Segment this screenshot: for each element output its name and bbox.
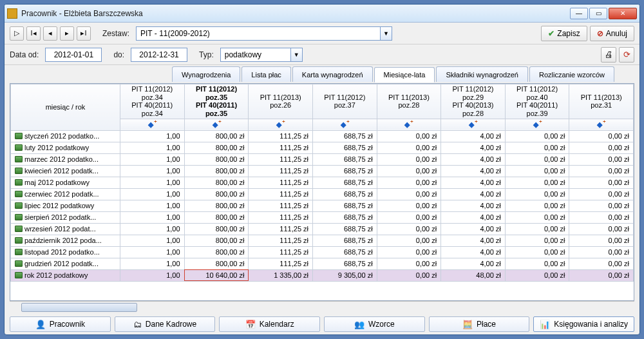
data-cell[interactable]: 688,75 zł <box>313 165 377 177</box>
column-action-icon[interactable]: ◆ <box>313 119 377 130</box>
table-row[interactable]: sierpień 2012 podatk...1,00800,00 zł111,… <box>11 211 634 223</box>
data-cell[interactable]: 0,00 zł <box>505 258 569 269</box>
column-header-month[interactable]: miesiąc / rok <box>11 84 120 131</box>
data-cell[interactable]: 10 640,00 zł <box>184 269 249 281</box>
data-cell[interactable]: 4,00 zł <box>441 211 506 223</box>
column-action-icon[interactable]: ◆ <box>377 119 441 130</box>
data-cell[interactable]: 0,00 zł <box>505 211 569 223</box>
data-cell[interactable]: 1,00 <box>120 200 185 211</box>
data-cell[interactable]: 0,00 zł <box>505 235 569 246</box>
data-cell[interactable]: 1,00 <box>120 235 185 246</box>
row-label-cell[interactable]: wrzesień 2012 podat... <box>11 223 120 235</box>
date-from-input[interactable] <box>45 48 102 62</box>
summary-row[interactable]: rok 2012 podatkowy1,0010 640,00 zł1 335,… <box>11 269 634 281</box>
data-cell[interactable]: 1 335,00 zł <box>249 269 313 281</box>
data-cell[interactable]: 0,00 zł <box>377 165 441 177</box>
data-cell[interactable]: 0,00 zł <box>505 165 569 177</box>
tab-karta-wynagrodze-[interactable]: Karta wynagrodzeń <box>292 66 373 82</box>
column-action-icon[interactable]: ◆ <box>120 119 185 130</box>
column-action-icon[interactable]: ◆ <box>441 119 506 130</box>
type-combo[interactable] <box>220 48 291 62</box>
data-cell[interactable]: 800,00 zł <box>184 223 249 235</box>
column-action-icon[interactable]: ◆ <box>249 119 313 130</box>
data-cell[interactable]: 0,00 zł <box>377 177 441 188</box>
data-cell[interactable]: 0,00 zł <box>505 153 569 165</box>
data-cell[interactable]: 688,75 zł <box>313 211 377 223</box>
data-cell[interactable]: 800,00 zł <box>184 142 249 153</box>
print-button[interactable]: 🖨 <box>601 47 616 63</box>
data-cell[interactable]: 1,00 <box>120 246 185 258</box>
data-cell[interactable]: 111,25 zł <box>249 177 313 188</box>
data-cell[interactable]: 0,00 zł <box>569 188 634 200</box>
data-cell[interactable]: 4,00 zł <box>441 142 506 153</box>
data-cell[interactable]: 111,25 zł <box>249 211 313 223</box>
tab-rozliczanie-wzorc-w[interactable]: Rozliczanie wzorców <box>529 66 614 82</box>
data-cell[interactable]: 0,00 zł <box>377 130 441 142</box>
data-cell[interactable]: 111,25 zł <box>249 153 313 165</box>
data-cell[interactable]: 1,00 <box>120 142 185 153</box>
row-label-cell[interactable]: styczeń 2012 podatko... <box>11 130 120 142</box>
nav-prev-icon[interactable]: ◂ <box>43 26 57 41</box>
data-cell[interactable]: 0,00 zł <box>377 188 441 200</box>
data-cell[interactable]: 4,00 zł <box>441 165 506 177</box>
column-header[interactable]: PIT 11(2013)poz.28 <box>377 84 441 119</box>
nav-last-icon[interactable]: ▸I <box>77 26 91 41</box>
data-cell[interactable]: 111,25 zł <box>249 258 313 269</box>
data-cell[interactable]: 688,75 zł <box>313 235 377 246</box>
data-cell[interactable]: 111,25 zł <box>249 223 313 235</box>
data-cell[interactable]: 0,00 zł <box>569 142 634 153</box>
data-cell[interactable]: 0,00 zł <box>569 211 634 223</box>
data-cell[interactable]: 0,00 zł <box>377 223 441 235</box>
row-label-cell[interactable]: listopad 2012 podatko... <box>11 246 120 258</box>
data-cell[interactable]: 1,00 <box>120 130 185 142</box>
data-cell[interactable]: 0,00 zł <box>377 269 441 281</box>
data-cell[interactable]: 0,00 zł <box>377 142 441 153</box>
data-cell[interactable]: 1,00 <box>120 153 185 165</box>
data-cell[interactable]: 688,75 zł <box>313 258 377 269</box>
table-row[interactable]: marzec 2012 podatko...1,00800,00 zł111,2… <box>11 153 634 165</box>
data-cell[interactable]: 688,75 zł <box>313 153 377 165</box>
column-header[interactable]: PIT 11(2013)poz.26 <box>249 84 313 119</box>
table-row[interactable]: kwiecień 2012 podatk...1,00800,00 zł111,… <box>11 165 634 177</box>
data-cell[interactable]: 4,00 zł <box>441 153 506 165</box>
bottom-tab-p-ace[interactable]: 🧮Płace <box>429 316 530 332</box>
data-cell[interactable]: 1,00 <box>120 165 185 177</box>
data-cell[interactable]: 0,00 zł <box>505 223 569 235</box>
row-label-cell[interactable]: luty 2012 podatkowy <box>11 142 120 153</box>
cancel-button[interactable]: Anuluj <box>590 26 634 41</box>
data-cell[interactable]: 0,00 zł <box>377 258 441 269</box>
tab-lista-p-ac[interactable]: Lista płac <box>242 66 290 82</box>
data-cell[interactable]: 0,00 zł <box>377 235 441 246</box>
data-cell[interactable]: 800,00 zł <box>184 153 249 165</box>
row-label-cell[interactable]: czerwiec 2012 podatk... <box>11 188 120 200</box>
data-cell[interactable]: 9 305,00 zł <box>313 269 377 281</box>
data-cell[interactable]: 4,00 zł <box>441 188 506 200</box>
data-cell[interactable]: 1,00 <box>120 177 185 188</box>
data-cell[interactable]: 111,25 zł <box>249 235 313 246</box>
bottom-tab-dane-kadrowe[interactable]: 🗂Dane Kadrowe <box>115 316 216 332</box>
data-cell[interactable]: 1,00 <box>120 269 185 281</box>
table-row[interactable]: październik 2012 poda...1,00800,00 zł111… <box>11 235 634 246</box>
data-cell[interactable]: 800,00 zł <box>184 200 249 211</box>
data-cell[interactable]: 0,00 zł <box>505 177 569 188</box>
data-cell[interactable]: 688,75 zł <box>313 246 377 258</box>
data-cell[interactable]: 0,00 zł <box>377 200 441 211</box>
data-cell[interactable]: 4,00 zł <box>441 200 506 211</box>
tab-sk-adniki-wynagrodze-[interactable]: Składniki wynagrodzeń <box>436 66 528 82</box>
scrollbar-thumb[interactable] <box>21 303 137 312</box>
data-cell[interactable]: 0,00 zł <box>569 153 634 165</box>
data-cell[interactable]: 0,00 zł <box>377 153 441 165</box>
table-row[interactable]: wrzesień 2012 podat...1,00800,00 zł111,2… <box>11 223 634 235</box>
data-cell[interactable]: 4,00 zł <box>441 130 506 142</box>
tab-miesi-ce-lata[interactable]: Miesiące-lata <box>374 67 435 82</box>
data-cell[interactable]: 0,00 zł <box>505 130 569 142</box>
row-label-cell[interactable]: maj 2012 podatkowy <box>11 177 120 188</box>
data-cell[interactable]: 0,00 zł <box>569 235 634 246</box>
data-cell[interactable]: 800,00 zł <box>184 188 249 200</box>
data-cell[interactable]: 1,00 <box>120 223 185 235</box>
data-cell[interactable]: 0,00 zł <box>569 223 634 235</box>
data-cell[interactable]: 0,00 zł <box>377 246 441 258</box>
data-cell[interactable]: 4,00 zł <box>441 258 506 269</box>
data-cell[interactable]: 0,00 zł <box>569 200 634 211</box>
row-label-cell[interactable]: październik 2012 poda... <box>11 235 120 246</box>
